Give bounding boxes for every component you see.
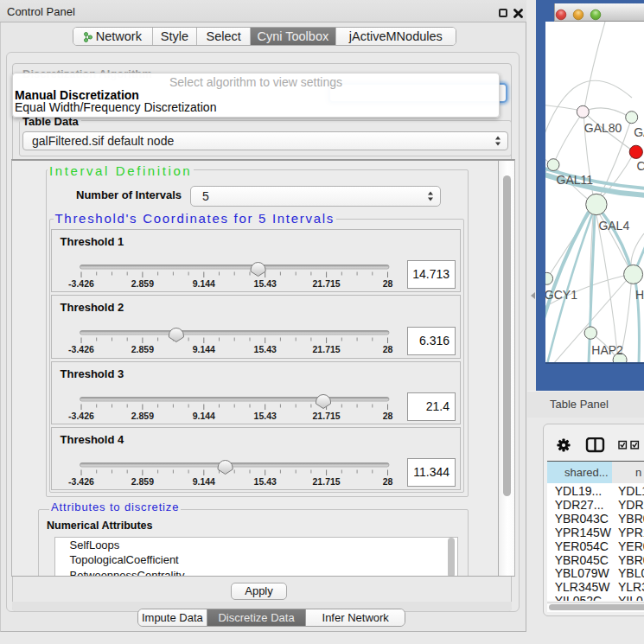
svg-text:9.144: 9.144 (192, 476, 214, 487)
svg-text:HA: HA (635, 288, 644, 302)
svg-text:15.43: 15.43 (253, 278, 276, 289)
svg-text:9.144: 9.144 (192, 278, 214, 289)
svg-text:GA: GA (634, 125, 644, 139)
svg-text:15.43: 15.43 (253, 411, 276, 421)
svg-text:15.43: 15.43 (253, 344, 276, 354)
svg-text:28: 28 (382, 278, 392, 289)
svg-text:HAP2: HAP2 (591, 343, 623, 357)
svg-text:28: 28 (382, 476, 392, 487)
svg-text:GAL11: GAL11 (557, 173, 594, 187)
svg-text:2.859: 2.859 (131, 411, 153, 421)
svg-text:GCY1: GCY1 (545, 288, 577, 302)
svg-text:GAL80: GAL80 (584, 121, 622, 135)
svg-text:9.144: 9.144 (192, 411, 214, 421)
svg-text:-3.426: -3.426 (68, 476, 94, 487)
svg-text:C: C (637, 159, 644, 173)
svg-text:9.144: 9.144 (192, 344, 214, 354)
svg-text:21.715: 21.715 (312, 476, 340, 487)
svg-text:2.859: 2.859 (131, 344, 153, 354)
svg-text:21.715: 21.715 (312, 344, 340, 354)
svg-text:-3.426: -3.426 (68, 344, 94, 354)
svg-text:21.715: 21.715 (312, 278, 340, 289)
svg-text:2.859: 2.859 (131, 278, 153, 289)
svg-text:28: 28 (382, 411, 392, 421)
svg-text:15.43: 15.43 (253, 476, 276, 487)
svg-text:28: 28 (382, 344, 392, 354)
svg-text:2.859: 2.859 (131, 476, 153, 487)
svg-text:-3.426: -3.426 (68, 411, 94, 421)
svg-text:GAL4: GAL4 (598, 219, 629, 233)
svg-text:-3.426: -3.426 (68, 278, 94, 289)
svg-text:21.715: 21.715 (312, 411, 340, 421)
